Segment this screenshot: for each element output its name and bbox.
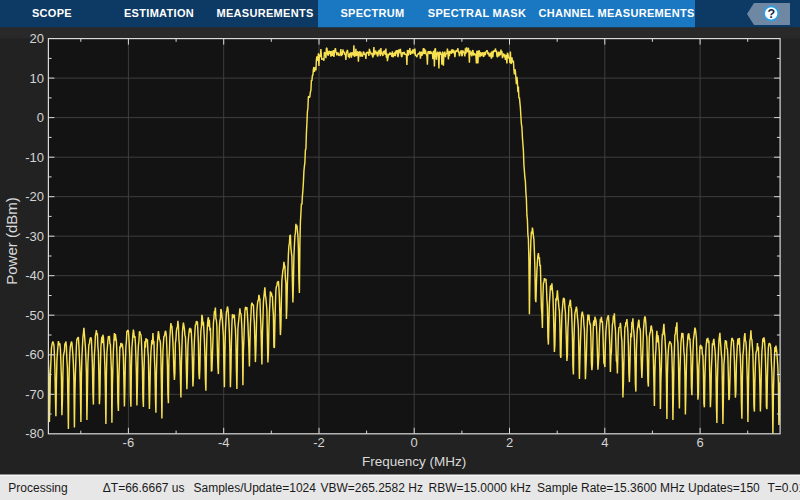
svg-text:4: 4: [601, 435, 608, 450]
svg-text:CHANNEL MEASUREMENTS: CHANNEL MEASUREMENTS: [538, 7, 694, 19]
svg-text:ESTIMATION: ESTIMATION: [124, 7, 194, 19]
svg-text:-10: -10: [25, 150, 44, 165]
svg-text:Power (dBm): Power (dBm): [3, 197, 20, 285]
svg-text:ΔT=66.6667 us: ΔT=66.6667 us: [103, 481, 185, 495]
svg-text:20: 20: [30, 31, 44, 46]
svg-text:-4: -4: [218, 435, 230, 450]
svg-text:-80: -80: [25, 426, 44, 441]
svg-text:Processing: Processing: [8, 481, 67, 495]
svg-text:Samples/Update=1024: Samples/Update=1024: [194, 481, 317, 495]
svg-text:?: ?: [767, 7, 775, 21]
svg-text:RBW=15.0000 kHz: RBW=15.0000 kHz: [429, 481, 531, 495]
svg-text:-60: -60: [25, 347, 44, 362]
svg-text:-30: -30: [25, 229, 44, 244]
svg-text:2: 2: [506, 435, 513, 450]
svg-text:Updates=150: Updates=150: [688, 481, 760, 495]
svg-text:0: 0: [37, 110, 44, 125]
svg-text:SPECTRUM: SPECTRUM: [340, 7, 404, 19]
svg-text:0: 0: [411, 435, 418, 450]
svg-text:-6: -6: [123, 435, 135, 450]
svg-text:T=0.010: T=0.010: [768, 481, 800, 495]
svg-text:10: 10: [30, 71, 44, 86]
svg-text:-50: -50: [25, 308, 44, 323]
svg-text:-20: -20: [25, 189, 44, 204]
svg-text:SCOPE: SCOPE: [32, 7, 72, 19]
svg-text:SPECTRAL MASK: SPECTRAL MASK: [428, 7, 526, 19]
svg-text:Sample Rate=15.3600 MHz: Sample Rate=15.3600 MHz: [537, 481, 685, 495]
svg-text:-2: -2: [313, 435, 325, 450]
svg-text:-70: -70: [25, 387, 44, 402]
svg-text:6: 6: [696, 435, 703, 450]
svg-text:Frequency (MHz): Frequency (MHz): [362, 454, 466, 469]
svg-text:-40: -40: [25, 268, 44, 283]
svg-text:MEASUREMENTS: MEASUREMENTS: [216, 7, 313, 19]
svg-text:VBW=265.2582 Hz: VBW=265.2582 Hz: [321, 481, 423, 495]
